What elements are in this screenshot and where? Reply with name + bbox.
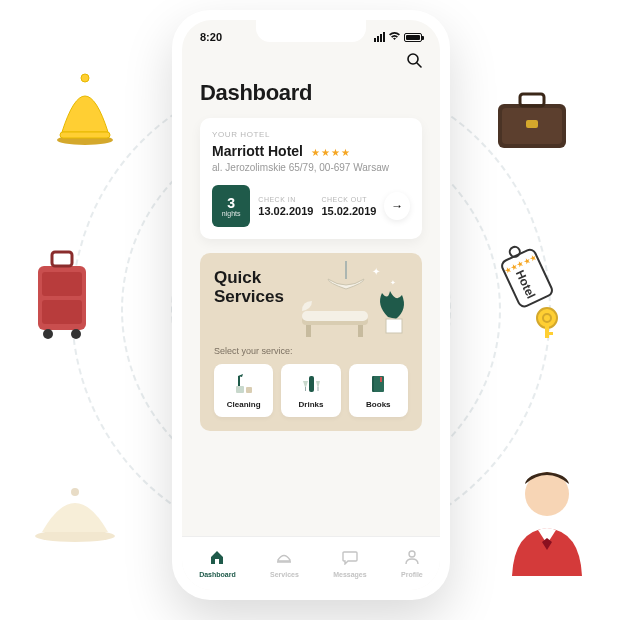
check-in-value: 13.02.2019 [258, 205, 313, 217]
drinks-icon [300, 372, 322, 396]
notch [256, 20, 366, 42]
check-out-value: 15.02.2019 [321, 205, 376, 217]
svg-rect-38 [305, 387, 306, 391]
svg-rect-6 [526, 120, 538, 128]
svg-point-17 [537, 308, 557, 328]
phone-screen: 8:20 Dashboard YOUR HOTEL Marriott Hotel [182, 20, 440, 590]
svg-rect-20 [545, 332, 553, 335]
details-arrow-button[interactable]: → [384, 192, 410, 220]
hotel-address: al. Jerozolimskie 65/79, 00-697 Warsaw [212, 162, 410, 173]
service-label: Drinks [299, 400, 324, 409]
status-icons [374, 31, 422, 43]
svg-rect-2 [60, 132, 110, 138]
svg-line-25 [417, 63, 421, 67]
luggage-icon [30, 250, 94, 344]
phone-frame: 8:20 Dashboard YOUR HOTEL Marriott Hotel [172, 10, 450, 600]
svg-rect-41 [374, 376, 384, 392]
search-icon[interactable] [406, 52, 422, 72]
quick-title-line2: Services [214, 287, 284, 306]
svg-rect-37 [309, 376, 314, 392]
svg-text:✦: ✦ [372, 266, 380, 277]
hotel-eyebrow: YOUR HOTEL [212, 130, 410, 139]
svg-text:✦: ✦ [390, 279, 396, 286]
signal-icon [374, 32, 385, 42]
svg-rect-30 [358, 325, 363, 337]
key-tag-icon: Hotel★★★★★ [497, 240, 577, 344]
page-title: Dashboard [200, 80, 422, 106]
books-icon [367, 372, 389, 396]
svg-rect-36 [246, 387, 252, 393]
tab-messages[interactable]: Messages [333, 549, 366, 578]
tab-bar: Dashboard Services Messages Profile [182, 536, 440, 590]
svg-point-1 [81, 74, 89, 82]
svg-rect-31 [386, 319, 402, 333]
nights-badge: 3 nights [212, 185, 250, 227]
svg-rect-34 [236, 386, 244, 393]
service-label: Books [366, 400, 390, 409]
services-icon [276, 549, 292, 569]
check-in-label: CHECK IN [258, 196, 313, 203]
tab-label: Profile [401, 571, 423, 578]
hotel-stars: ★★★★ [311, 147, 351, 158]
nights-value: 3 [227, 196, 235, 210]
tab-profile[interactable]: Profile [401, 549, 423, 578]
service-books[interactable]: Books [349, 364, 408, 417]
svg-rect-39 [317, 387, 318, 391]
svg-rect-9 [42, 300, 82, 324]
bell-icon [50, 70, 120, 154]
quick-services-card: Quick Services [200, 253, 422, 431]
svg-point-12 [71, 329, 81, 339]
hotel-card: YOUR HOTEL Marriott Hotel ★★★★ al. Jeroz… [200, 118, 422, 239]
svg-rect-29 [306, 325, 311, 337]
home-icon [209, 549, 225, 569]
tab-dashboard[interactable]: Dashboard [199, 549, 236, 578]
svg-rect-8 [42, 272, 82, 296]
tab-services[interactable]: Services [270, 549, 299, 578]
svg-point-44 [409, 551, 415, 557]
service-label: Cleaning [227, 400, 261, 409]
messages-icon [342, 549, 358, 569]
svg-rect-10 [52, 252, 72, 266]
cleaning-icon [233, 372, 255, 396]
wifi-icon [388, 31, 401, 43]
svg-point-22 [71, 488, 79, 496]
nights-label: nights [222, 210, 241, 217]
tab-label: Services [270, 571, 299, 578]
quick-title-line1: Quick [214, 268, 261, 287]
battery-icon [404, 33, 422, 42]
check-out-block: CHECK OUT 15.02.2019 [321, 196, 376, 217]
tab-label: Dashboard [199, 571, 236, 578]
concierge-icon [502, 466, 592, 580]
briefcase-icon [492, 90, 572, 158]
profile-icon [404, 549, 420, 569]
svg-point-11 [43, 329, 53, 339]
tab-label: Messages [333, 571, 366, 578]
service-drinks[interactable]: Drinks [281, 364, 340, 417]
svg-rect-28 [302, 311, 368, 321]
check-in-block: CHECK IN 13.02.2019 [258, 196, 313, 217]
service-cleaning[interactable]: Cleaning [214, 364, 273, 417]
svg-rect-42 [380, 377, 382, 382]
room-illustration: ✦ ✦ [294, 261, 414, 351]
check-out-label: CHECK OUT [321, 196, 376, 203]
svg-rect-35 [238, 376, 240, 386]
status-time: 8:20 [200, 31, 222, 43]
cloche-icon [30, 486, 120, 550]
hotel-name: Marriott Hotel [212, 143, 303, 159]
